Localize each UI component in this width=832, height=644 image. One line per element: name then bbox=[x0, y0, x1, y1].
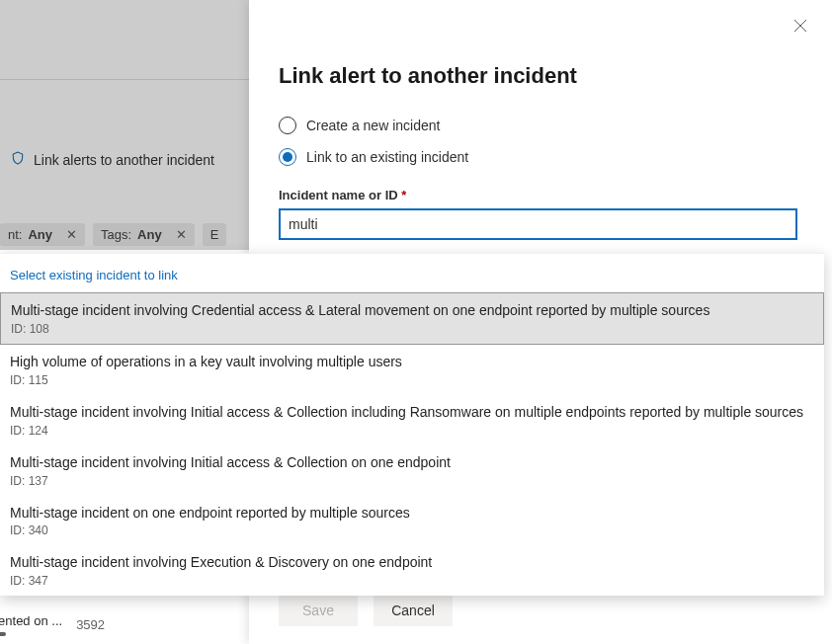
shield-icon bbox=[10, 150, 26, 169]
dropdown-item-id: ID: 347 bbox=[10, 574, 814, 588]
dropdown-item[interactable]: Multi-stage incident involving Initial a… bbox=[0, 445, 824, 496]
dropdown-item[interactable]: High volume of operations in a key vault… bbox=[0, 345, 824, 395]
dropdown-item-name: Multi-stage incident involving Credentia… bbox=[11, 301, 813, 320]
dropdown-item-id: ID: 115 bbox=[10, 373, 814, 387]
incident-autocomplete-dropdown: Select existing incident to link Multi-s… bbox=[0, 253, 824, 596]
panel-title: Link alert to another incident bbox=[279, 63, 802, 89]
row-id: 3592 bbox=[76, 617, 105, 632]
toolbar-label: Link alerts to another incident bbox=[34, 152, 214, 168]
dropdown-header: Select existing incident to link bbox=[0, 254, 824, 292]
required-indicator: * bbox=[401, 188, 406, 202]
filter-bar: nt: Any ✕ Tags: Any ✕ E bbox=[0, 215, 226, 254]
close-panel-button[interactable] bbox=[792, 18, 812, 38]
radio-label: Link to an existing incident bbox=[306, 149, 468, 165]
toolbar-item-link-alerts[interactable]: Link alerts to another incident bbox=[0, 144, 224, 175]
dropdown-item[interactable]: Multi-stage incident on one endpoint rep… bbox=[0, 496, 824, 546]
radio-create-new-incident[interactable]: Create a new incident bbox=[279, 117, 802, 134]
dropdown-item-id: ID: 124 bbox=[10, 424, 814, 438]
modal-overlay bbox=[0, 0, 249, 250]
close-icon[interactable]: ✕ bbox=[66, 227, 77, 242]
dropdown-item-name: Multi-stage incident involving Initial a… bbox=[10, 403, 814, 422]
radio-icon bbox=[279, 117, 296, 134]
filter-value: Any bbox=[28, 227, 52, 242]
incident-name-input[interactable] bbox=[279, 208, 797, 240]
dropdown-item-name: Multi-stage incident involving Initial a… bbox=[10, 453, 814, 472]
dropdown-item[interactable]: Multi-stage incident involving Credentia… bbox=[0, 292, 824, 345]
filter-pill-extra[interactable]: E bbox=[203, 223, 227, 246]
radio-group-link-mode: Create a new incident Link to an existin… bbox=[279, 117, 802, 166]
radio-link-existing-incident[interactable]: Link to an existing incident bbox=[279, 148, 802, 166]
radio-icon bbox=[279, 148, 296, 166]
dropdown-item[interactable]: Multi-stage incident involving Execution… bbox=[0, 545, 824, 596]
filter-value: Any bbox=[137, 227, 162, 242]
panel-actions: Save Cancel bbox=[279, 595, 453, 626]
dropdown-item-name: Multi-stage incident on one endpoint rep… bbox=[10, 504, 814, 523]
radio-label: Create a new incident bbox=[306, 118, 440, 133]
cancel-button[interactable]: Cancel bbox=[374, 595, 453, 626]
dropdown-item-id: ID: 137 bbox=[10, 474, 814, 488]
save-button[interactable]: Save bbox=[279, 595, 358, 626]
close-icon[interactable]: ✕ bbox=[176, 227, 187, 242]
label-text: Incident name or ID bbox=[279, 188, 398, 202]
filter-pill-tags[interactable]: Tags: Any ✕ bbox=[93, 223, 195, 246]
dropdown-item-id: ID: 108 bbox=[11, 322, 813, 336]
dropdown-item-id: ID: 340 bbox=[10, 523, 814, 537]
dropdown-item-name: Multi-stage incident involving Execution… bbox=[10, 553, 814, 572]
table-row[interactable]: revented on ... 3592 bbox=[0, 613, 112, 636]
row-label: revented on ... bbox=[0, 613, 62, 628]
progress-bar bbox=[0, 632, 6, 636]
incident-field-label: Incident name or ID * bbox=[279, 188, 802, 202]
dropdown-list: Multi-stage incident involving Credentia… bbox=[0, 292, 824, 596]
divider bbox=[0, 79, 249, 80]
dropdown-item[interactable]: Multi-stage incident involving Initial a… bbox=[0, 395, 824, 445]
filter-pill-nt[interactable]: nt: Any ✕ bbox=[0, 223, 85, 246]
filter-label: nt: bbox=[8, 227, 22, 242]
dropdown-item-name: High volume of operations in a key vault… bbox=[10, 353, 814, 371]
filter-label: Tags: bbox=[101, 227, 131, 242]
